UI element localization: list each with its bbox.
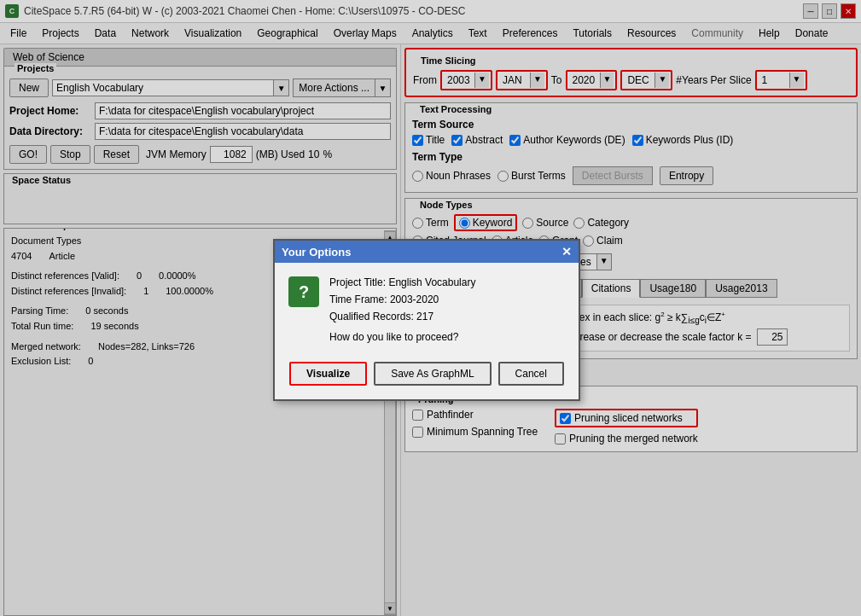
modal-time-frame-val: 2003-2020 [390, 293, 439, 305]
modal-question-icon: ? [299, 282, 309, 302]
modal-text: Project Title: English Vocabulary Time F… [329, 276, 565, 348]
modal-question-text: How do you like to proceed? [329, 331, 565, 343]
modal-project-title-label: Project Title: [329, 276, 386, 288]
modal-qualified-records-label: Qualified Records: [329, 311, 414, 323]
modal-qualified-records-val: 217 [416, 311, 433, 323]
modal-body: ? Project Title: English Vocabulary Time… [275, 263, 579, 362]
modal-overlay: Your Options ✕ ? Project Title: English … [0, 0, 861, 616]
cancel-button[interactable]: Cancel [498, 362, 564, 386]
modal-project-title-val: English Vocabulary [388, 276, 475, 288]
modal-icon: ? [288, 276, 319, 307]
save-as-graphml-button[interactable]: Save As GraphML [374, 362, 491, 386]
modal-dialog: Your Options ✕ ? Project Title: English … [273, 239, 580, 401]
modal-qualified-records: Qualified Records: 217 [329, 311, 565, 323]
modal-close-button[interactable]: ✕ [561, 245, 572, 259]
modal-title-bar: Your Options ✕ [275, 241, 579, 263]
modal-buttons: Visualize Save As GraphML Cancel [275, 362, 579, 399]
visualize-button[interactable]: Visualize [289, 362, 367, 386]
modal-title: Your Options [282, 246, 351, 259]
modal-time-frame: Time Frame: 2003-2020 [329, 293, 565, 305]
modal-project-title: Project Title: English Vocabulary [329, 276, 565, 288]
modal-time-frame-label: Time Frame: [329, 293, 387, 305]
